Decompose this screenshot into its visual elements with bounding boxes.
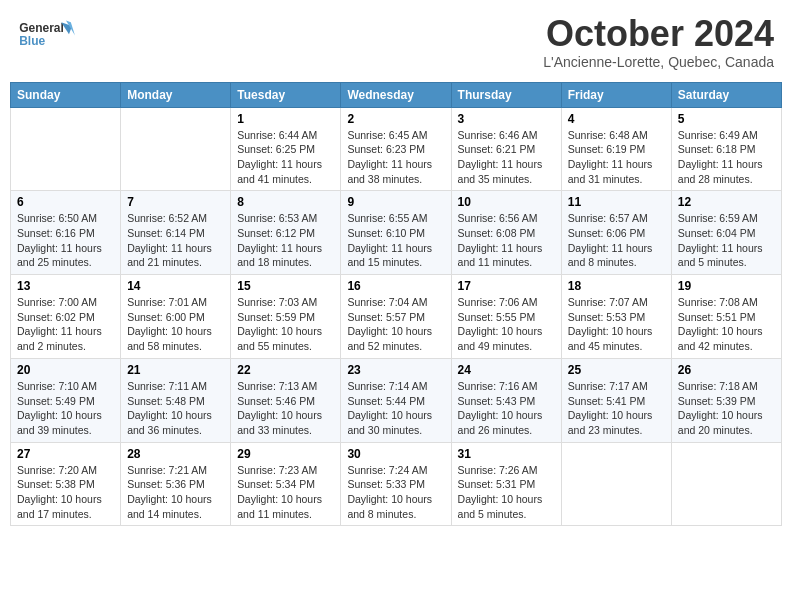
day-number: 20 [17, 363, 114, 377]
svg-text:Blue: Blue [19, 34, 45, 48]
day-header-thursday: Thursday [451, 82, 561, 107]
calendar-cell: 12Sunrise: 6:59 AMSunset: 6:04 PMDayligh… [671, 191, 781, 275]
calendar-week-4: 20Sunrise: 7:10 AMSunset: 5:49 PMDayligh… [11, 358, 782, 442]
calendar-cell: 2Sunrise: 6:45 AMSunset: 6:23 PMDaylight… [341, 107, 451, 191]
calendar-cell: 6Sunrise: 6:50 AMSunset: 6:16 PMDaylight… [11, 191, 121, 275]
day-header-monday: Monday [121, 82, 231, 107]
day-info: Sunrise: 6:44 AMSunset: 6:25 PMDaylight:… [237, 128, 334, 187]
calendar-cell: 4Sunrise: 6:48 AMSunset: 6:19 PMDaylight… [561, 107, 671, 191]
day-header-saturday: Saturday [671, 82, 781, 107]
day-header-wednesday: Wednesday [341, 82, 451, 107]
day-number: 27 [17, 447, 114, 461]
calendar-cell: 25Sunrise: 7:17 AMSunset: 5:41 PMDayligh… [561, 358, 671, 442]
day-info: Sunrise: 7:26 AMSunset: 5:31 PMDaylight:… [458, 463, 555, 522]
day-info: Sunrise: 7:21 AMSunset: 5:36 PMDaylight:… [127, 463, 224, 522]
day-number: 9 [347, 195, 444, 209]
day-header-sunday: Sunday [11, 82, 121, 107]
calendar-cell: 17Sunrise: 7:06 AMSunset: 5:55 PMDayligh… [451, 275, 561, 359]
day-info: Sunrise: 7:10 AMSunset: 5:49 PMDaylight:… [17, 379, 114, 438]
calendar-cell: 31Sunrise: 7:26 AMSunset: 5:31 PMDayligh… [451, 442, 561, 526]
calendar-header-row: SundayMondayTuesdayWednesdayThursdayFrid… [11, 82, 782, 107]
calendar-cell: 26Sunrise: 7:18 AMSunset: 5:39 PMDayligh… [671, 358, 781, 442]
calendar-table: SundayMondayTuesdayWednesdayThursdayFrid… [10, 82, 782, 527]
day-number: 11 [568, 195, 665, 209]
month-title: October 2024 [543, 14, 774, 54]
day-info: Sunrise: 6:57 AMSunset: 6:06 PMDaylight:… [568, 211, 665, 270]
day-number: 5 [678, 112, 775, 126]
calendar-week-5: 27Sunrise: 7:20 AMSunset: 5:38 PMDayligh… [11, 442, 782, 526]
calendar-cell [561, 442, 671, 526]
logo: General Blue [18, 14, 78, 54]
calendar-cell: 15Sunrise: 7:03 AMSunset: 5:59 PMDayligh… [231, 275, 341, 359]
day-number: 30 [347, 447, 444, 461]
day-number: 25 [568, 363, 665, 377]
day-info: Sunrise: 6:59 AMSunset: 6:04 PMDaylight:… [678, 211, 775, 270]
day-info: Sunrise: 6:49 AMSunset: 6:18 PMDaylight:… [678, 128, 775, 187]
calendar-cell: 27Sunrise: 7:20 AMSunset: 5:38 PMDayligh… [11, 442, 121, 526]
day-header-friday: Friday [561, 82, 671, 107]
day-info: Sunrise: 6:55 AMSunset: 6:10 PMDaylight:… [347, 211, 444, 270]
day-number: 3 [458, 112, 555, 126]
logo-svg: General Blue [18, 14, 78, 54]
calendar-cell: 30Sunrise: 7:24 AMSunset: 5:33 PMDayligh… [341, 442, 451, 526]
day-number: 29 [237, 447, 334, 461]
day-number: 17 [458, 279, 555, 293]
day-info: Sunrise: 7:11 AMSunset: 5:48 PMDaylight:… [127, 379, 224, 438]
day-number: 14 [127, 279, 224, 293]
calendar-week-1: 1Sunrise: 6:44 AMSunset: 6:25 PMDaylight… [11, 107, 782, 191]
day-number: 2 [347, 112, 444, 126]
calendar-cell [671, 442, 781, 526]
title-section: October 2024 L'Ancienne-Lorette, Quebec,… [543, 14, 774, 70]
day-info: Sunrise: 7:17 AMSunset: 5:41 PMDaylight:… [568, 379, 665, 438]
day-info: Sunrise: 6:45 AMSunset: 6:23 PMDaylight:… [347, 128, 444, 187]
calendar-cell: 21Sunrise: 7:11 AMSunset: 5:48 PMDayligh… [121, 358, 231, 442]
day-number: 13 [17, 279, 114, 293]
location: L'Ancienne-Lorette, Quebec, Canada [543, 54, 774, 70]
day-info: Sunrise: 7:18 AMSunset: 5:39 PMDaylight:… [678, 379, 775, 438]
day-number: 19 [678, 279, 775, 293]
calendar-cell: 16Sunrise: 7:04 AMSunset: 5:57 PMDayligh… [341, 275, 451, 359]
day-info: Sunrise: 6:52 AMSunset: 6:14 PMDaylight:… [127, 211, 224, 270]
day-number: 8 [237, 195, 334, 209]
calendar-cell: 11Sunrise: 6:57 AMSunset: 6:06 PMDayligh… [561, 191, 671, 275]
day-number: 21 [127, 363, 224, 377]
day-info: Sunrise: 7:00 AMSunset: 6:02 PMDaylight:… [17, 295, 114, 354]
day-info: Sunrise: 7:23 AMSunset: 5:34 PMDaylight:… [237, 463, 334, 522]
day-info: Sunrise: 7:16 AMSunset: 5:43 PMDaylight:… [458, 379, 555, 438]
calendar-cell: 18Sunrise: 7:07 AMSunset: 5:53 PMDayligh… [561, 275, 671, 359]
calendar-cell: 24Sunrise: 7:16 AMSunset: 5:43 PMDayligh… [451, 358, 561, 442]
day-number: 22 [237, 363, 334, 377]
day-number: 28 [127, 447, 224, 461]
day-number: 31 [458, 447, 555, 461]
day-info: Sunrise: 7:13 AMSunset: 5:46 PMDaylight:… [237, 379, 334, 438]
day-number: 4 [568, 112, 665, 126]
day-info: Sunrise: 6:46 AMSunset: 6:21 PMDaylight:… [458, 128, 555, 187]
calendar-cell: 13Sunrise: 7:00 AMSunset: 6:02 PMDayligh… [11, 275, 121, 359]
calendar-cell: 22Sunrise: 7:13 AMSunset: 5:46 PMDayligh… [231, 358, 341, 442]
page-header: General Blue October 2024 L'Ancienne-Lor… [10, 10, 782, 74]
day-info: Sunrise: 7:03 AMSunset: 5:59 PMDaylight:… [237, 295, 334, 354]
day-number: 10 [458, 195, 555, 209]
day-number: 1 [237, 112, 334, 126]
calendar-cell: 28Sunrise: 7:21 AMSunset: 5:36 PMDayligh… [121, 442, 231, 526]
day-number: 12 [678, 195, 775, 209]
day-header-tuesday: Tuesday [231, 82, 341, 107]
day-info: Sunrise: 7:07 AMSunset: 5:53 PMDaylight:… [568, 295, 665, 354]
calendar-cell [11, 107, 121, 191]
day-number: 23 [347, 363, 444, 377]
day-number: 6 [17, 195, 114, 209]
day-info: Sunrise: 7:08 AMSunset: 5:51 PMDaylight:… [678, 295, 775, 354]
day-info: Sunrise: 7:20 AMSunset: 5:38 PMDaylight:… [17, 463, 114, 522]
day-info: Sunrise: 6:50 AMSunset: 6:16 PMDaylight:… [17, 211, 114, 270]
calendar-cell: 19Sunrise: 7:08 AMSunset: 5:51 PMDayligh… [671, 275, 781, 359]
day-number: 15 [237, 279, 334, 293]
day-info: Sunrise: 7:01 AMSunset: 6:00 PMDaylight:… [127, 295, 224, 354]
calendar-cell: 14Sunrise: 7:01 AMSunset: 6:00 PMDayligh… [121, 275, 231, 359]
calendar-cell: 20Sunrise: 7:10 AMSunset: 5:49 PMDayligh… [11, 358, 121, 442]
day-number: 24 [458, 363, 555, 377]
day-info: Sunrise: 7:06 AMSunset: 5:55 PMDaylight:… [458, 295, 555, 354]
svg-text:General: General [19, 21, 64, 35]
day-info: Sunrise: 7:04 AMSunset: 5:57 PMDaylight:… [347, 295, 444, 354]
day-info: Sunrise: 6:56 AMSunset: 6:08 PMDaylight:… [458, 211, 555, 270]
calendar-week-3: 13Sunrise: 7:00 AMSunset: 6:02 PMDayligh… [11, 275, 782, 359]
